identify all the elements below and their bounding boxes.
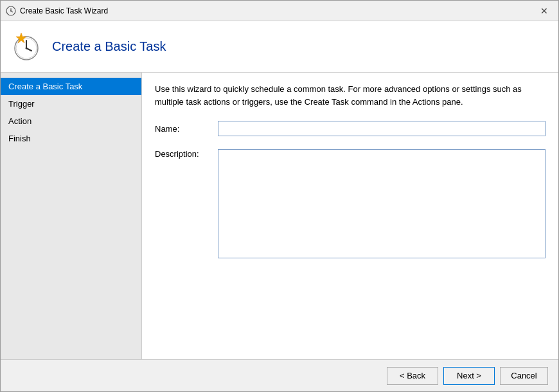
next-button[interactable]: Next >: [443, 367, 495, 385]
sidebar-item-create-basic-task[interactable]: Create a Basic Task: [1, 78, 141, 95]
content-area: Create a Basic Task Trigger Action Finis…: [1, 73, 558, 359]
title-bar-text: Create Basic Task Wizard: [20, 6, 108, 15]
svg-point-8: [26, 47, 28, 49]
bottom-bar: < Back Next > Cancel: [1, 359, 558, 391]
name-label: Name:: [155, 124, 213, 134]
description-row: Description:: [155, 149, 546, 258]
description-input[interactable]: [218, 149, 546, 258]
header-section: Create a Basic Task: [1, 21, 558, 73]
sidebar: Create a Basic Task Trigger Action Finis…: [1, 73, 142, 359]
main-content: Use this wizard to quickly schedule a co…: [142, 73, 558, 359]
cancel-button[interactable]: Cancel: [500, 367, 548, 385]
dialog-window: Create Basic Task Wizard ✕ Create a Basi…: [0, 0, 559, 392]
title-bar-app-icon: [6, 6, 16, 16]
close-button[interactable]: ✕: [535, 4, 553, 18]
svg-point-3: [10, 10, 12, 12]
sidebar-item-finish[interactable]: Finish: [1, 130, 141, 147]
title-bar-left: Create Basic Task Wizard: [6, 6, 108, 16]
title-bar: Create Basic Task Wizard ✕: [1, 1, 558, 21]
name-row: Name:: [155, 121, 546, 136]
name-input[interactable]: [218, 121, 546, 136]
wizard-description-text: Use this wizard to quickly schedule a co…: [155, 83, 546, 108]
description-label: Description:: [155, 149, 213, 159]
back-button[interactable]: < Back: [387, 367, 438, 385]
header-icon: [11, 31, 42, 62]
sidebar-item-action[interactable]: Action: [1, 112, 141, 130]
header-title: Create a Basic Task: [52, 39, 166, 54]
sidebar-item-trigger[interactable]: Trigger: [1, 95, 141, 112]
